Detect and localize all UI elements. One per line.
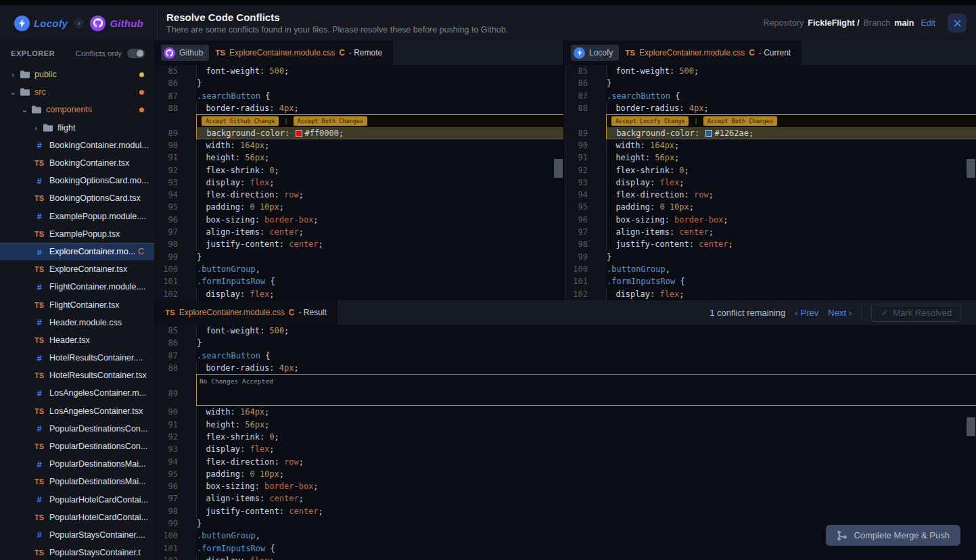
conflict-nav-bar: 1 conflict remaining ‹Prev Next› ✓ Mark … bbox=[710, 300, 976, 325]
complete-merge-push-button[interactable]: Complete Merge & Push bbox=[826, 525, 960, 546]
tree-file-bookingoptionscard-tsx[interactable]: TSBookingOptionsCard.tsx bbox=[0, 189, 154, 207]
code-line: 94flex-direction: row; bbox=[154, 456, 976, 468]
tree-item-label: PopularDestinationsCon... bbox=[49, 424, 147, 434]
conflict-badge: C bbox=[289, 308, 295, 317]
line-number: 86 bbox=[154, 77, 196, 89]
tree-item-label: PopularDestinationsCon... bbox=[49, 442, 147, 451]
tree-folder-components[interactable]: ⌄components bbox=[0, 101, 154, 118]
status-dot bbox=[139, 108, 144, 112]
tree-file-bookingcontainer-tsx[interactable]: TSBookingContainer.tsx bbox=[0, 154, 154, 172]
header-text-zone: Resolve Code Conflicts There are some co… bbox=[158, 5, 764, 41]
accept-change-button[interactable]: Accept Locofy Change bbox=[611, 116, 689, 126]
tree-item-label: BookingOptionsCard.mo... bbox=[49, 176, 149, 185]
current-tab[interactable]: Locofy TS ExploreContainer.module.css C … bbox=[564, 41, 801, 65]
status-dot bbox=[139, 72, 144, 77]
tree-file-flightcontainer-tsx[interactable]: TSFlightContainer.tsx bbox=[0, 296, 154, 313]
tree-item-label: LosAngelesContainer.tsx bbox=[49, 406, 143, 416]
line-number: 94 bbox=[154, 189, 196, 201]
mark-resolved-button[interactable]: ✓ Mark Resolved bbox=[871, 304, 961, 322]
code-line: 88border-radius: 4px; bbox=[564, 102, 976, 114]
tree-file-popularhotelcardcontai-[interactable]: TSPopularHotelCardContai... bbox=[0, 509, 154, 526]
current-suffix: - Current bbox=[759, 48, 791, 57]
tree-file-bookingcontainer-modul-[interactable]: #BookingContainer.modul... bbox=[0, 137, 154, 154]
code-line: 95padding: 0 10px; bbox=[154, 201, 563, 213]
remote-tab[interactable]: Github TS ExploreContainer.module.css C … bbox=[154, 41, 393, 65]
tree-folder-src[interactable]: ⌄src bbox=[0, 83, 154, 101]
tree-file-populardestinationscon-[interactable]: #PopularDestinationsCon... bbox=[0, 420, 154, 438]
tree-file-populardestinationsmai-[interactable]: #PopularDestinationsMai... bbox=[0, 455, 154, 473]
tree-item-label: flight bbox=[57, 123, 75, 133]
tree-file-popularstayscontainer-[interactable]: #PopularStaysContainer.... bbox=[0, 526, 154, 544]
edit-button[interactable]: Edit bbox=[921, 18, 935, 28]
tree-file-hotelresultscontainer-[interactable]: #HotelResultsContainer.... bbox=[0, 349, 154, 367]
next-conflict-button[interactable]: Next› bbox=[828, 308, 852, 318]
github-source-pill: Github bbox=[161, 45, 209, 61]
tree-file-popularstayscontainer-t[interactable]: TSPopularStaysContainer.t bbox=[0, 544, 154, 560]
tree-file-examplepopup-tsx[interactable]: TSExamplePopup.tsx bbox=[0, 225, 154, 243]
close-icon bbox=[954, 20, 961, 27]
tree-item-label: PopularDestinationsMai... bbox=[49, 459, 145, 469]
typescript-icon: TS bbox=[34, 301, 45, 309]
chevron-left-icon: ‹ bbox=[795, 308, 797, 318]
code-line: 96box-sizing: border-box; bbox=[154, 480, 976, 492]
line-number: 102 bbox=[154, 555, 196, 560]
locofy-brand-name: Locofy bbox=[34, 18, 68, 29]
tree-file-examplepopup-module-[interactable]: #ExamplePopup.module.... bbox=[0, 208, 154, 225]
code-line: 92flex-shrink: 0; bbox=[564, 164, 976, 177]
css-module-icon: # bbox=[34, 176, 45, 186]
css-module-icon: # bbox=[34, 140, 45, 150]
line-number: 90 bbox=[154, 406, 196, 418]
no-changes-region: 89No Changes Accepted bbox=[154, 374, 976, 406]
result-tab[interactable]: TS ExploreContainer.module.css C - Resul… bbox=[154, 300, 338, 325]
tree-file-explorecontainer-mo-[interactable]: #ExploreContainer.mo...C bbox=[0, 243, 154, 260]
line-number: 96 bbox=[564, 214, 606, 226]
code-line: 90width: 164px; bbox=[154, 139, 563, 151]
prev-conflict-button[interactable]: ‹Prev bbox=[795, 308, 818, 318]
code-line: 97align-items: center; bbox=[154, 492, 976, 505]
tree-file-hotelresultscontainer-tsx[interactable]: TSHotelResultsContainer.tsx bbox=[0, 367, 154, 384]
code-line: 90width: 164px; bbox=[564, 139, 976, 151]
explorer-sidebar: EXPLORER Conflicts only ›public⌄src⌄comp… bbox=[0, 41, 154, 560]
no-changes-label: No Changes Accepted bbox=[200, 377, 273, 385]
line-number: 98 bbox=[154, 505, 196, 517]
github-brand-name: Github bbox=[110, 18, 143, 29]
tree-file-populardestinationsmai-[interactable]: TSPopularDestinationsMai... bbox=[0, 473, 154, 490]
tree-folder-flight[interactable]: ›flight bbox=[0, 119, 154, 137]
tree-file-header-tsx[interactable]: TSHeader.tsx bbox=[0, 331, 154, 349]
tree-file-losangelescontainer-tsx[interactable]: TSLosAngelesContainer.tsx bbox=[0, 402, 154, 420]
line-number: 87 bbox=[154, 90, 196, 102]
line-number: 91 bbox=[564, 151, 606, 164]
file-type-tag: TS bbox=[625, 49, 635, 57]
tree-file-populardestinationscon-[interactable]: TSPopularDestinationsCon... bbox=[0, 438, 154, 455]
conflicts-only-toggle[interactable] bbox=[127, 49, 145, 58]
code-line: 87.searchButton { bbox=[154, 350, 976, 362]
tree-item-label: PopularHotelCardContai... bbox=[49, 513, 148, 522]
accept-change-button[interactable]: Accept Github Change bbox=[202, 116, 279, 126]
line-number: 88 bbox=[154, 102, 196, 114]
tree-folder-public[interactable]: ›public bbox=[0, 66, 154, 83]
line-number: 89 bbox=[564, 127, 606, 139]
folder-icon bbox=[20, 88, 30, 96]
accept-both-button[interactable]: Accept Both Changes bbox=[294, 116, 367, 126]
remote-code-editor: 85font-weight: 500;86}87.searchButton {8… bbox=[154, 65, 563, 300]
scrollbar-thumb[interactable] bbox=[554, 159, 563, 178]
tree-file-losangelescontainer-m-[interactable]: #LosAngelesContainer.m... bbox=[0, 384, 154, 402]
scrollbar-thumb[interactable] bbox=[967, 159, 975, 178]
tree-file-header-module-css[interactable]: #Header.module.css bbox=[0, 314, 154, 331]
tree-file-bookingoptionscard-mo-[interactable]: #BookingOptionsCard.mo... bbox=[0, 172, 154, 189]
chevron-right-icon: › bbox=[74, 18, 84, 28]
accept-both-button[interactable]: Accept Both Changes bbox=[703, 116, 777, 126]
close-button[interactable] bbox=[948, 14, 967, 32]
tree-file-popularhotelcardcontai-[interactable]: #PopularHotelCardContai... bbox=[0, 491, 154, 509]
tree-file-explorecontainer-tsx[interactable]: TSExploreContainer.tsx bbox=[0, 260, 154, 278]
remote-suffix: - Remote bbox=[349, 48, 382, 57]
code-line: 102display: flex; bbox=[564, 288, 976, 300]
scrollbar-thumb[interactable] bbox=[967, 417, 975, 436]
line-number: 89 bbox=[154, 374, 196, 406]
code-line: 98justify-content: center; bbox=[154, 505, 976, 517]
tree-file-flightcontainer-module-[interactable]: #FlightContainer.module.... bbox=[0, 278, 154, 296]
typescript-icon: TS bbox=[34, 194, 45, 202]
resolve-code-conflicts-window: Locofy › Github Resolve Code Conflicts T… bbox=[0, 0, 976, 560]
line-number: 95 bbox=[564, 201, 606, 213]
folder-icon bbox=[32, 106, 41, 114]
